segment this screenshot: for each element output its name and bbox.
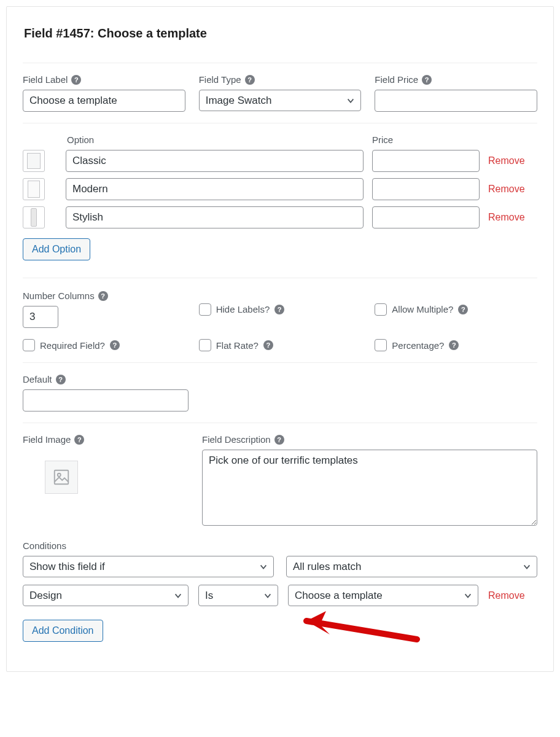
- remove-condition-button[interactable]: Remove: [488, 590, 537, 601]
- option-thumb[interactable]: [23, 178, 45, 200]
- percentage-checkbox[interactable]: [375, 339, 387, 351]
- option-price-input[interactable]: [372, 206, 480, 228]
- remove-option-button[interactable]: Remove: [488, 212, 537, 223]
- field-type-select[interactable]: Image Swatch: [199, 90, 362, 111]
- svg-point-1: [58, 474, 61, 477]
- option-name-input[interactable]: [66, 150, 364, 172]
- field-label-label: Field Label ?: [23, 74, 185, 85]
- condition-match-select[interactable]: All rules match: [286, 556, 537, 577]
- settings-row-1: Number Columns ? Hide Labels? ? Allow Mu…: [23, 291, 537, 328]
- image-placeholder-icon[interactable]: [45, 461, 78, 494]
- help-icon[interactable]: ?: [274, 435, 284, 445]
- add-condition-button[interactable]: Add Condition: [23, 620, 103, 642]
- hide-labels-checkbox[interactable]: [199, 303, 211, 316]
- number-columns-input[interactable]: [23, 306, 58, 328]
- option-row: Remove: [23, 206, 537, 228]
- help-icon[interactable]: ?: [449, 340, 459, 350]
- conditions-row-1: Show this field if All rules match: [23, 556, 537, 577]
- field-description-text: Field Description: [202, 434, 271, 445]
- remove-option-button[interactable]: Remove: [488, 184, 537, 195]
- option-thumb[interactable]: [23, 150, 45, 172]
- field-label-input[interactable]: [23, 90, 185, 112]
- number-columns-text: Number Columns: [23, 291, 95, 301]
- option-price-input[interactable]: [372, 178, 480, 200]
- option-name-input[interactable]: [66, 206, 364, 228]
- allow-multiple-checkbox[interactable]: [375, 303, 387, 316]
- divider: [23, 123, 537, 123]
- help-icon[interactable]: ?: [274, 305, 284, 314]
- top-fields-row: Field Label ? Field Type ? Image Swatch …: [23, 74, 537, 112]
- field-type-label: Field Type ?: [199, 74, 362, 85]
- field-image-label: Field Image ?: [23, 434, 189, 445]
- add-option-button[interactable]: Add Option: [23, 238, 90, 260]
- default-text: Default: [23, 374, 52, 384]
- rule-operator-select[interactable]: Is: [198, 585, 278, 606]
- flat-rate-label: Flat Rate?: [216, 340, 259, 351]
- field-description-label: Field Description ?: [202, 434, 537, 445]
- svg-rect-0: [55, 470, 69, 485]
- help-icon[interactable]: ?: [98, 291, 108, 301]
- help-icon[interactable]: ?: [245, 75, 255, 85]
- help-icon[interactable]: ?: [263, 340, 273, 350]
- divider: [23, 63, 537, 63]
- conditions-section: Conditions Show this field if All rules …: [23, 540, 537, 653]
- settings-row-2: Required Field? ? Flat Rate? ? Percentag…: [23, 339, 537, 351]
- rule-field-select[interactable]: Design: [23, 585, 189, 606]
- default-row: Default ?: [23, 374, 537, 411]
- field-price-label: Field Price ?: [375, 74, 537, 85]
- field-price-input[interactable]: [375, 90, 537, 112]
- help-icon[interactable]: ?: [422, 75, 432, 85]
- field-type-text: Field Type: [199, 74, 241, 85]
- option-name-input[interactable]: [66, 178, 364, 200]
- divider: [23, 423, 537, 423]
- option-price-input[interactable]: [372, 150, 480, 172]
- default-label: Default ?: [23, 374, 189, 384]
- remove-option-button[interactable]: Remove: [488, 155, 537, 166]
- field-price-text: Field Price: [375, 74, 418, 85]
- number-columns-label: Number Columns ?: [23, 291, 185, 301]
- percentage-label: Percentage?: [392, 340, 444, 351]
- image-desc-row: Field Image ? Field Description ? Pick o…: [23, 434, 537, 528]
- help-icon[interactable]: ?: [110, 340, 120, 350]
- hide-labels-label: Hide Labels?: [216, 304, 270, 314]
- price-col-label: Price: [372, 135, 480, 145]
- help-icon[interactable]: ?: [71, 75, 81, 85]
- annotation-arrow: Add Condition: [23, 616, 537, 653]
- required-field-checkbox[interactable]: [23, 339, 35, 351]
- divider: [23, 278, 537, 278]
- options-header: Option Price: [23, 135, 537, 146]
- option-row: Remove: [23, 178, 537, 200]
- required-field-label: Required Field?: [40, 340, 105, 351]
- condition-rule-row: Design Is Choose a template: [23, 585, 537, 606]
- conditions-label: Conditions: [23, 540, 537, 551]
- help-icon[interactable]: ?: [56, 375, 66, 384]
- panel-title: Field #1457: Choose a template: [24, 26, 537, 41]
- help-icon[interactable]: ?: [458, 305, 468, 314]
- help-icon[interactable]: ?: [74, 435, 84, 445]
- default-input[interactable]: [23, 389, 189, 411]
- field-description-textarea[interactable]: Pick one of our terrific templates: [202, 450, 537, 526]
- field-label-text: Field Label: [23, 74, 68, 85]
- flat-rate-checkbox[interactable]: [199, 339, 211, 351]
- allow-multiple-label: Allow Multiple?: [392, 304, 453, 314]
- option-col-label: Option: [67, 135, 364, 145]
- arrow-icon: [288, 610, 423, 652]
- condition-visibility-select[interactable]: Show this field if: [23, 556, 274, 577]
- field-image-text: Field Image: [23, 434, 71, 445]
- rule-value-select[interactable]: Choose a template: [288, 585, 478, 606]
- option-row: Remove: [23, 150, 537, 172]
- field-editor-panel: Field #1457: Choose a template Field Lab…: [6, 6, 554, 672]
- option-thumb[interactable]: [23, 206, 45, 228]
- divider: [23, 362, 537, 363]
